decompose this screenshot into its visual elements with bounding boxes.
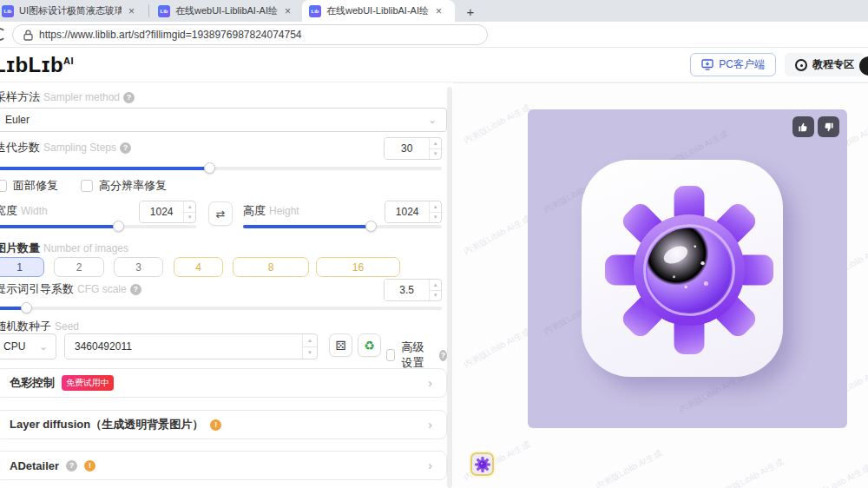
step-up-icon[interactable]: ▲	[430, 138, 441, 149]
dice-icon: ⚄	[335, 339, 345, 353]
num-images-option-2[interactable]: 2	[54, 257, 104, 277]
cfg-scale-slider[interactable]	[0, 307, 442, 310]
stepper[interactable]: ▲ ▼	[183, 201, 195, 222]
preview-panel: 内测版Liblib AI生成 内测版Liblib AI生成 内测版Liblib …	[453, 82, 868, 488]
tab-close-icon[interactable]: ×	[434, 5, 444, 17]
hires-fix-label: 高分辨率修复	[99, 178, 167, 194]
generated-image[interactable]: 内测版Liblib AI生成 内测版Liblib AI生成 内测版Liblib …	[528, 109, 847, 428]
browser-tab-1[interactable]: Lib UI图标设计极简液态玻璃透明质感 ×	[0, 0, 148, 22]
num-images-option-8[interactable]: 8	[233, 257, 309, 277]
seed-label: 随机数种子Seed	[0, 319, 447, 334]
color-control-section[interactable]: 色彩控制 免费试用中 ›	[0, 368, 447, 398]
warning-icon[interactable]: !	[84, 460, 95, 472]
thumbs-down-button[interactable]	[818, 116, 839, 137]
compass-icon	[795, 59, 807, 71]
num-images-option-16[interactable]: 16	[316, 257, 400, 277]
help-icon[interactable]: ?	[439, 350, 447, 361]
thumbs-up-button[interactable]	[792, 116, 814, 137]
tutorial-zone-label: 教程专区	[812, 57, 854, 72]
watermark: 内测版Liblib AI生成	[715, 456, 786, 488]
step-up-icon[interactable]: ▲	[430, 280, 441, 291]
chevron-down-icon: ⌄	[428, 116, 437, 123]
seed-device-select[interactable]: CPU ⌄	[0, 333, 56, 359]
warning-icon[interactable]: !	[210, 419, 221, 431]
color-control-title: 色彩控制	[10, 375, 55, 391]
width-input[interactable]: ▲ ▼	[139, 201, 196, 223]
layer-diffusion-section[interactable]: Layer diffusion（生成透明背景图片） ! ›	[0, 410, 447, 439]
num-images-option-4[interactable]: 4	[174, 257, 223, 277]
adetailer-section[interactable]: ADetailer ? ! ›	[0, 451, 447, 480]
reload-icon[interactable]	[0, 28, 6, 41]
watermark: 内测版Liblib AI生成	[677, 371, 748, 416]
restore-options-row: 面部修复 高分辨率修复	[0, 178, 447, 194]
watermark: 内测版Liblib AI生成	[594, 447, 665, 488]
step-up-icon[interactable]: ▲	[303, 334, 317, 347]
width-value[interactable]	[140, 201, 183, 222]
sampling-steps-value[interactable]	[385, 138, 429, 159]
tab-close-icon[interactable]: ×	[127, 5, 136, 17]
help-icon[interactable]: ?	[123, 92, 135, 103]
step-down-icon[interactable]: ▼	[303, 347, 317, 359]
step-up-icon[interactable]: ▲	[430, 201, 441, 213]
browser-tab-3-active[interactable]: Lib 在线webUI-LiblibAI-AI绘图工具 ×	[302, 0, 455, 22]
checkbox-icon[interactable]	[0, 180, 7, 192]
step-up-icon[interactable]: ▲	[184, 201, 195, 213]
sampling-steps-input[interactable]: ▲ ▼	[384, 137, 442, 160]
height-slider[interactable]	[243, 225, 442, 228]
height-value[interactable]	[385, 201, 429, 222]
swap-icon: ⇄	[216, 208, 226, 221]
tutorial-zone-button[interactable]: 教程专区	[785, 53, 865, 76]
height-input[interactable]: ▲ ▼	[385, 201, 442, 223]
num-images-option-1[interactable]: 1	[0, 257, 44, 277]
watermark: 内测版Liblib AI生成	[462, 213, 533, 258]
free-trial-badge: 免费试用中	[62, 375, 114, 391]
width-slider[interactable]	[0, 225, 196, 228]
help-icon[interactable]: ?	[66, 460, 77, 472]
address-bar[interactable]: https://www.liblib.art/sd?fillimgid=1938…	[12, 24, 488, 45]
browser-tab-2[interactable]: Lib 在线webUI-LiblibAI-AI绘图工具 ×	[151, 0, 300, 22]
pc-client-label: PC客户端	[719, 57, 765, 72]
rating-controls	[792, 116, 839, 137]
help-icon[interactable]: ?	[120, 142, 131, 154]
stepper[interactable]: ▲ ▼	[429, 138, 441, 159]
swap-dimensions-button[interactable]: ⇄	[208, 201, 233, 226]
checkbox-icon[interactable]	[386, 349, 395, 361]
browser-tab-bar: Lib UI图标设计极简液态玻璃透明质感 × Lib 在线webUI-Libli…	[0, 0, 868, 22]
help-icon[interactable]: ?	[130, 284, 141, 295]
sampler-method-select[interactable]: Euler ⌄	[0, 108, 447, 132]
step-down-icon[interactable]: ▼	[430, 291, 441, 301]
seed-input[interactable]: ▲ ▼	[64, 333, 318, 359]
num-images-option-3[interactable]: 3	[114, 257, 163, 277]
random-seed-button[interactable]: ⚄	[329, 333, 352, 357]
tab-close-icon[interactable]: ×	[283, 5, 293, 17]
cfg-scale-input[interactable]: ▲ ▼	[384, 279, 442, 301]
seed-value[interactable]	[65, 334, 302, 359]
generation-settings-panel: 采样方法Sampler method ? Euler ⌄ 迭代步数Samplin…	[0, 82, 447, 488]
purple-gear-icon	[605, 186, 773, 354]
cfg-scale-value[interactable]	[385, 280, 429, 300]
tab-title: UI图标设计极简液态玻璃透明质感	[19, 4, 122, 17]
image-thumbnail-selected[interactable]	[470, 452, 494, 476]
advanced-settings-label: 高级设置	[401, 340, 432, 371]
reuse-seed-button[interactable]: ♻	[358, 333, 381, 357]
face-restore-checkbox[interactable]: 面部修复	[0, 178, 58, 194]
stepper[interactable]: ▲ ▼	[429, 201, 441, 222]
sampling-steps-slider[interactable]	[0, 167, 442, 170]
new-tab-button[interactable]: +	[462, 3, 479, 20]
panel-scrollbar[interactable]	[447, 87, 452, 488]
height-label: 高度Height	[243, 203, 382, 219]
step-down-icon[interactable]: ▼	[430, 213, 441, 223]
sampler-method-label: 采样方法Sampler method ?	[0, 89, 447, 105]
step-down-icon[interactable]: ▼	[430, 149, 441, 160]
hires-fix-checkbox[interactable]: 高分辨率修复	[81, 178, 167, 194]
watermark: 内测版Liblib AI生成	[462, 102, 533, 147]
liblib-logo[interactable]: LɪbLɪbAI	[0, 53, 74, 77]
checkbox-icon[interactable]	[81, 180, 93, 192]
step-down-icon[interactable]: ▼	[184, 213, 195, 223]
stepper[interactable]: ▲ ▼	[302, 334, 317, 359]
sampling-steps-label: 迭代步数Sampling Steps ?	[0, 140, 447, 155]
pc-client-button[interactable]: PC客户端	[690, 53, 776, 76]
advanced-settings-checkbox[interactable]: 高级设置 ?	[386, 340, 447, 371]
chevron-right-icon: ›	[428, 418, 432, 432]
stepper[interactable]: ▲ ▼	[429, 280, 441, 300]
